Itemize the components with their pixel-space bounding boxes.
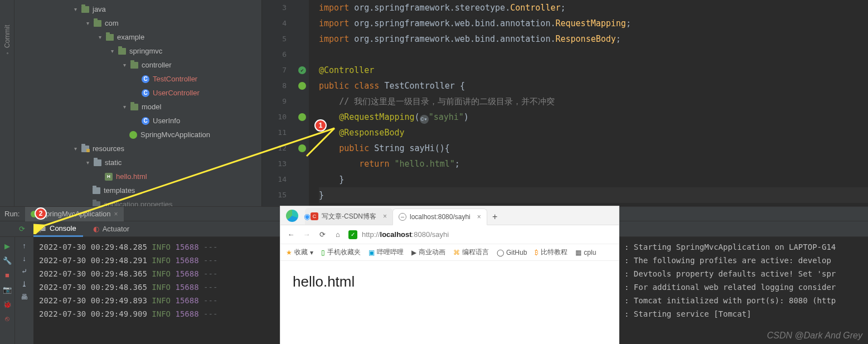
- line-number-gutter: 3 4 5 6 7 8 9 10 11 12 13 14 15: [262, 0, 295, 206]
- tree-label: springmvc: [129, 47, 162, 55]
- code-token: "sayhi": [429, 112, 464, 122]
- chevron-down-icon: ▾: [109, 48, 115, 54]
- tree-node-testcontroller[interactable]: C TestController: [14, 72, 261, 86]
- run-side-toolbar-2: ↑ ↓ ⤶ ⤓ 🖶: [14, 237, 33, 344]
- tree-node-resources[interactable]: ▾ resources: [14, 142, 261, 156]
- code-editor[interactable]: 3 4 5 6 7 8 9 10 11 12 13 14 15 ✔ import…: [262, 0, 868, 206]
- chevron-down-icon: ▾: [85, 20, 90, 26]
- close-icon[interactable]: ×: [114, 210, 118, 218]
- bookmark-item[interactable]: ▦cplu: [575, 249, 596, 256]
- chevron-down-icon: ▾: [72, 146, 78, 152]
- up-icon[interactable]: ↑: [22, 241, 26, 250]
- code-token: ResponseBody: [555, 34, 615, 44]
- bookmark-item[interactable]: ▶商业动画: [411, 248, 445, 257]
- chevron-down-icon: ▾: [85, 159, 90, 166]
- print-icon[interactable]: 🖶: [21, 293, 28, 301]
- tab-title: 写文章-CSDN博客: [322, 212, 376, 221]
- run-icon[interactable]: ▶: [3, 241, 12, 250]
- tree-node-springmvc[interactable]: ▾ springmvc: [14, 44, 261, 58]
- line-number: 15: [262, 187, 287, 203]
- settings-icon[interactable]: 🔧: [3, 256, 12, 265]
- code-token: (: [415, 112, 420, 122]
- line-number: 3: [262, 0, 287, 16]
- code-comment: // 我们这里是一级目录，与前面讲的二级目录，并不冲突: [339, 96, 555, 106]
- back-icon[interactable]: ←: [286, 230, 296, 239]
- shield-icon: ✓: [348, 230, 357, 239]
- watermark: CSDN @Dark And Grey: [767, 331, 862, 341]
- tree-node-java[interactable]: ▾ java: [14, 2, 261, 16]
- scroll-icon[interactable]: ⤓: [21, 280, 27, 288]
- bookmark-label: 商业动画: [419, 248, 445, 257]
- bookmark-item[interactable]: ◯GitHub: [497, 249, 527, 256]
- code-token: ;: [455, 159, 460, 169]
- tree-label: example: [117, 33, 144, 41]
- code-area[interactable]: import org.springframework.stereotype.Co…: [309, 0, 868, 206]
- actuator-icon: ◐: [93, 225, 99, 233]
- tree-node-hello-html[interactable]: H hello.html: [14, 169, 261, 183]
- url-path: :8080/sayhi: [412, 230, 449, 239]
- tab-actuator[interactable]: ◐ Actuator: [86, 221, 136, 237]
- close-icon[interactable]: ×: [477, 213, 481, 221]
- tree-node-controller[interactable]: ▾ controller: [14, 58, 261, 72]
- close-icon[interactable]: ×: [383, 212, 387, 220]
- tree-node-example[interactable]: ▾ example: [14, 30, 261, 44]
- tree-label: SpringMvcApplication: [140, 130, 210, 139]
- star-icon: ★: [286, 249, 292, 256]
- tree-label: com: [105, 19, 119, 27]
- tree-node-templates[interactable]: templates: [14, 183, 261, 197]
- browser-tab-active[interactable]: localhost:8080/sayhi ×: [392, 209, 487, 225]
- bookmark-label: 手机收藏夹: [327, 248, 361, 257]
- spring-gutter-icon[interactable]: [298, 144, 306, 152]
- tree-node-model[interactable]: ▾ model: [14, 100, 261, 114]
- bookmark-item[interactable]: ▯手机收藏夹: [321, 248, 361, 257]
- spring-gutter-icon[interactable]: [298, 113, 306, 121]
- bookmark-item[interactable]: ⌘编程语言: [453, 248, 489, 257]
- bookmark-item[interactable]: ★收藏 ▾: [286, 248, 313, 257]
- tree-node-static[interactable]: ▾ static: [14, 156, 261, 169]
- layout-icon[interactable]: ▤: [35, 225, 41, 233]
- home-icon[interactable]: ⌂: [333, 230, 343, 239]
- forward-icon[interactable]: →: [302, 230, 312, 239]
- browser-tab[interactable]: C 写文章-CSDN博客 ×: [305, 208, 392, 225]
- spring-gutter-icon[interactable]: [298, 82, 306, 90]
- tree-node-springapp[interactable]: SpringMvcApplication: [14, 128, 261, 142]
- camera-icon[interactable]: 📷: [3, 285, 12, 294]
- commit-label[interactable]: Commit: [3, 25, 11, 48]
- rerun-icon[interactable]: ⟳: [19, 225, 25, 233]
- run-gutter-icon[interactable]: ✔: [298, 66, 306, 74]
- page-text: hello.html: [293, 273, 355, 290]
- url-field[interactable]: ✓ http://localhost:8080/sayhi: [348, 230, 613, 239]
- bookmark-item[interactable]: ▣哔哩哔哩: [368, 248, 404, 257]
- stop-icon[interactable]: ■: [3, 270, 12, 279]
- csdn-favicon-icon: C: [311, 212, 318, 220]
- code-token: "hello.html": [394, 159, 454, 169]
- line-number: 6: [262, 47, 287, 62]
- line-number: 13: [262, 156, 287, 172]
- cplus-icon: ▦: [575, 249, 581, 256]
- tree-label: UserInfo: [153, 117, 180, 125]
- line-number: 7: [262, 62, 287, 78]
- exit-icon[interactable]: ⎋: [3, 314, 12, 323]
- refresh-icon[interactable]: ⟳: [317, 230, 327, 239]
- tree-node-com[interactable]: ▾ com: [14, 16, 261, 30]
- bookmark-item[interactable]: ₿比特教程: [535, 248, 568, 257]
- new-tab-button[interactable]: +: [487, 209, 503, 225]
- folder-icon: [93, 187, 100, 194]
- code-token: public class: [319, 81, 384, 91]
- tree-label: model: [142, 103, 161, 111]
- tree-node-userinfo[interactable]: C UserInfo: [14, 114, 261, 128]
- wrap-icon[interactable]: ⤶: [21, 267, 27, 275]
- code-token: import: [319, 18, 354, 28]
- tree-node-usercontroller[interactable]: C UserController: [14, 86, 261, 100]
- tree-node-app-properties[interactable]: application.properties: [14, 197, 261, 206]
- resources-folder-icon: [81, 146, 89, 152]
- debug-icon[interactable]: 🐞: [3, 299, 12, 308]
- down-icon[interactable]: ↓: [22, 254, 26, 263]
- code-token: @RequestMapping: [339, 112, 414, 122]
- line-number: 14: [262, 172, 287, 187]
- tree-label: hello.html: [116, 172, 147, 181]
- sync-icon[interactable]: ◉: [304, 212, 311, 221]
- line-number: 12: [262, 140, 287, 156]
- tree-label: resources: [93, 144, 124, 153]
- code-icon: ⌘: [453, 249, 460, 256]
